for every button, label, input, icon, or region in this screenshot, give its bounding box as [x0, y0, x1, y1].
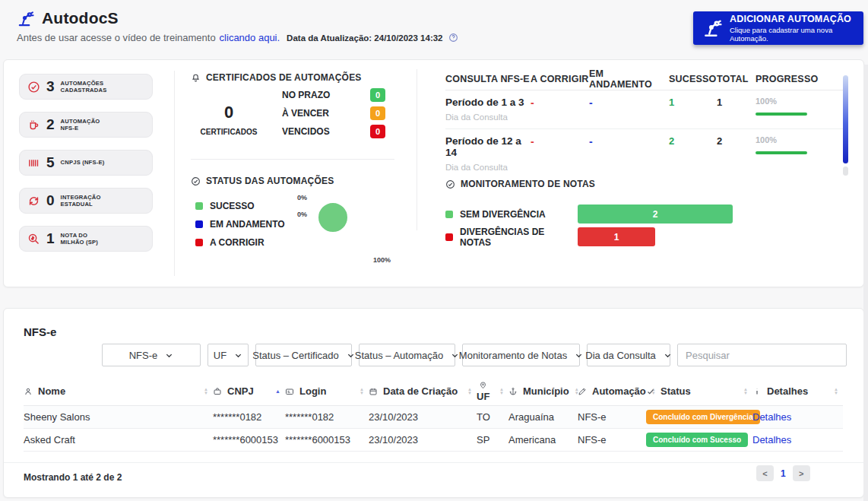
progress-bar	[756, 113, 807, 116]
consulta-row: Período de 12 a 14 Dia da Consulta - - 2…	[445, 129, 848, 168]
vencidos-badge: 0	[370, 125, 385, 138]
monitoring-header: MONITORAMENTO DE NOTAS	[445, 179, 848, 189]
chevron-down-icon	[451, 351, 459, 360]
cell-nome: Sheeny Salons	[24, 411, 213, 423]
table-scrollbar-track	[843, 166, 848, 176]
cert-row-no-prazo: NO PRAZO 0	[282, 86, 385, 104]
topbar: AutodocS Antes de usar acesse o vídeo de…	[17, 9, 458, 43]
mug-icon	[27, 119, 40, 132]
stat-card-automacoes-cadastradas[interactable]: 3 AUTOMAÇÕESCADASTRADAS	[19, 74, 153, 100]
em-andamento-value: -	[589, 135, 669, 147]
status-legend: SUCESSO EM ANDAMENTO A CORRIGIR	[195, 197, 285, 252]
cell-nome: Asked Craft	[24, 434, 213, 446]
filter-status-certificado-select[interactable]: Status – Certificado	[255, 344, 352, 366]
filter-monitoramento-select[interactable]: Monitoramento de Notas	[462, 344, 580, 366]
donut-label-0pct: 0%	[297, 211, 307, 218]
chevron-down-icon	[165, 351, 173, 360]
stat-value: 0	[46, 192, 55, 209]
green-swatch	[445, 211, 453, 218]
add-automation-button[interactable]: ADICIONAR AUTOMAÇÃO Clique para cadastra…	[693, 11, 863, 45]
cell-cnpj: *******6000153	[213, 434, 285, 446]
sem-divergencia-bar: 2	[578, 205, 733, 224]
pagination-next-button[interactable]: >	[793, 465, 810, 481]
cert-row-a-vencer: À VENCER 0	[282, 104, 385, 122]
cell-municipio: Araguaína	[508, 411, 578, 423]
column-header-uf[interactable]: UF ▲▼	[477, 381, 508, 402]
nfse-section-title: NFS-e	[24, 325, 56, 338]
help-circle-icon[interactable]	[448, 33, 458, 43]
filter-uf-select[interactable]: UF	[207, 344, 249, 366]
progress-percent: 100%	[756, 135, 848, 144]
results-count: Mostrando 1 até 2 de 2	[24, 472, 122, 483]
info-icon	[752, 387, 762, 396]
detalhes-link[interactable]: Detalhes	[752, 434, 791, 446]
column-header-cnpj[interactable]: CNPJ ▲	[213, 385, 285, 397]
donut-label-0pct: 0%	[297, 194, 307, 201]
detalhes-link[interactable]: Detalhes	[752, 411, 791, 423]
filter-dia-consulta-select[interactable]: Dia da Consulta	[587, 344, 670, 366]
nfse-table-header: Nome ▲▼ CNPJ ▲ Login ▲▼ Data de Criação …	[24, 377, 843, 406]
nfse-panel: NFS-e NFS-e UF Status – Certificado Stat…	[3, 308, 864, 498]
column-header-status[interactable]: Status ▲▼	[646, 385, 752, 397]
table-row[interactable]: Asked Craft *******6000153 *******600015…	[24, 429, 843, 452]
monitoring-row-sem-divergencia: SEM DIVERGÊNCIA 2	[445, 205, 848, 224]
green-swatch	[195, 202, 203, 210]
progress-percent: 100%	[756, 97, 848, 106]
column-header-automacao[interactable]: Automação ▲▼	[578, 385, 646, 397]
horizontal-divider	[4, 462, 863, 463]
status-badge: Concluído com Divergência	[646, 410, 760, 424]
period-label: Período de 1 a 3	[445, 97, 531, 108]
cert-row-vencidos: VENCIDOS 0	[282, 122, 385, 141]
stat-card-automacao-nfse[interactable]: 2 AUTOMAÇÃONFS-E	[19, 112, 153, 138]
stat-value: 2	[46, 116, 55, 133]
add-automation-subtitle: Clique para cadastrar uma nova Automação…	[730, 26, 854, 43]
training-video-link[interactable]: clicando aqui.	[220, 32, 280, 43]
legend-em-andamento: EM ANDAMENTO	[195, 215, 285, 233]
cell-cnpj: *******0182	[213, 411, 285, 423]
stat-label: AUTOMAÇÃONFS-E	[61, 118, 100, 132]
stat-card-nota-do-milhao[interactable]: 1 NOTA DOMILHÃO (SP)	[19, 226, 153, 252]
page-scrollbar[interactable]	[863, 65, 868, 501]
pagination-prev-button[interactable]: <	[756, 465, 774, 481]
no-prazo-badge: 0	[370, 88, 385, 102]
pen-icon	[578, 387, 587, 396]
automation-status-header: STATUS DAS AUTOMAÇÕES	[191, 176, 334, 186]
filter-status-automacao-select[interactable]: Status – Automação	[359, 344, 455, 366]
sort-asc-icon: ▲	[275, 388, 280, 394]
add-automation-title: ADICIONAR AUTOMAÇÃO	[730, 14, 854, 24]
robot-button-icon	[702, 18, 722, 38]
column-header-municipio[interactable]: Município ▲▼	[508, 385, 578, 397]
period-sublabel: Dia da Consulta	[445, 113, 531, 122]
sucesso-value: 2	[669, 135, 717, 147]
check-circle-icon	[191, 176, 201, 186]
certificates-list: NO PRAZO 0 À VENCER 0 VENCIDOS 0	[282, 86, 385, 141]
stat-card-cnpjs-nfse[interactable]: 5 CNPJS (NFS-E)	[19, 150, 153, 176]
stat-card-integracao-estadual[interactable]: 0 INTEGRAÇÃOESTADUAL	[19, 188, 153, 214]
vertical-divider	[417, 69, 417, 230]
cell-login: *******0182	[285, 411, 369, 423]
consulta-nfse-table: CONSULTA NFS-E A CORRIGIR EM ANDAMENTO S…	[445, 68, 848, 168]
sucesso-value: 1	[669, 97, 717, 108]
sort-arrows-icon: ▲▼	[499, 388, 504, 395]
cell-automacao: NFS-e	[578, 434, 646, 446]
cell-data-criacao: 23/10/2023	[369, 434, 477, 446]
certificates-count: 0 CERTIFICADOS	[189, 103, 268, 136]
column-header-nome[interactable]: Nome ▲▼	[24, 385, 213, 397]
column-header-detalhes[interactable]: Detalhes ▲▼	[752, 385, 843, 397]
blue-swatch	[195, 220, 203, 228]
chevron-down-icon	[234, 351, 242, 360]
sort-arrows-icon: ▲▼	[204, 388, 208, 395]
progress-bar	[756, 151, 807, 154]
monitoring-section: MONITORAMENTO DE NOTAS SEM DIVERGÊNCIA 2…	[445, 179, 848, 250]
robot-logo-icon	[17, 10, 34, 27]
column-header-login[interactable]: Login ▲▼	[285, 385, 369, 397]
consulta-table-header: CONSULTA NFS-E A CORRIGIR EM ANDAMENTO S…	[445, 68, 848, 90]
filter-nfse-select[interactable]: NFS-e	[102, 344, 201, 366]
column-header-data-criacao[interactable]: Data de Criação ▲▼	[369, 385, 477, 397]
table-scrollbar[interactable]	[843, 75, 848, 163]
total-value: 1	[717, 97, 756, 108]
search-input[interactable]	[677, 344, 847, 366]
chevron-down-icon	[347, 351, 355, 360]
stat-label: INTEGRAÇÃOESTADUAL	[61, 194, 101, 208]
table-row[interactable]: Sheeny Salons *******0182 *******0182 23…	[24, 406, 843, 429]
